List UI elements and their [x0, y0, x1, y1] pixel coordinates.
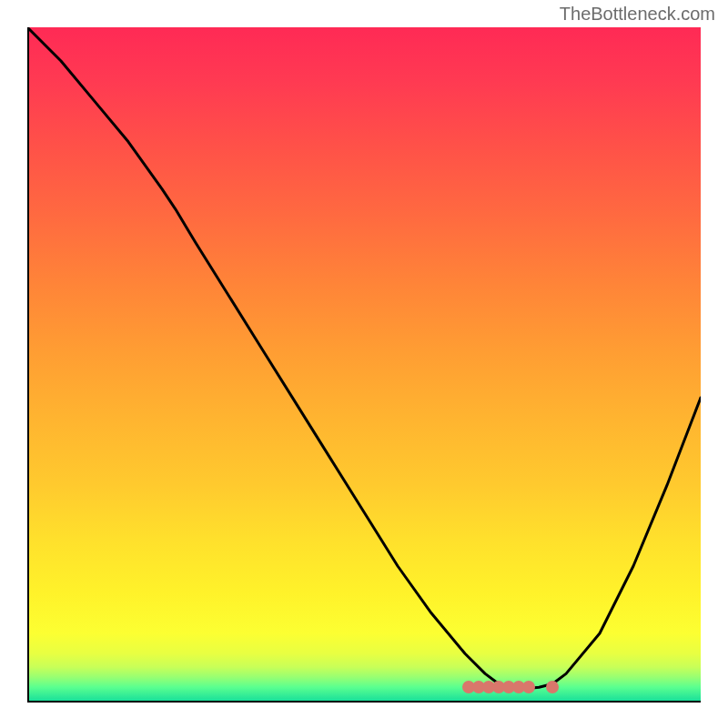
range-marker [512, 681, 525, 693]
y-axis [27, 27, 29, 703]
range-marker [492, 681, 505, 693]
range-marker [522, 681, 535, 693]
range-marker [502, 681, 515, 693]
bottleneck-curve [27, 27, 701, 701]
chart-plot-area [27, 27, 701, 701]
watermark-text: TheBottleneck.com [560, 4, 715, 25]
x-axis [27, 701, 701, 703]
range-marker [482, 681, 495, 693]
marker-layer [27, 27, 701, 701]
range-marker [462, 681, 475, 693]
range-marker [472, 681, 485, 693]
range-marker [546, 681, 559, 693]
